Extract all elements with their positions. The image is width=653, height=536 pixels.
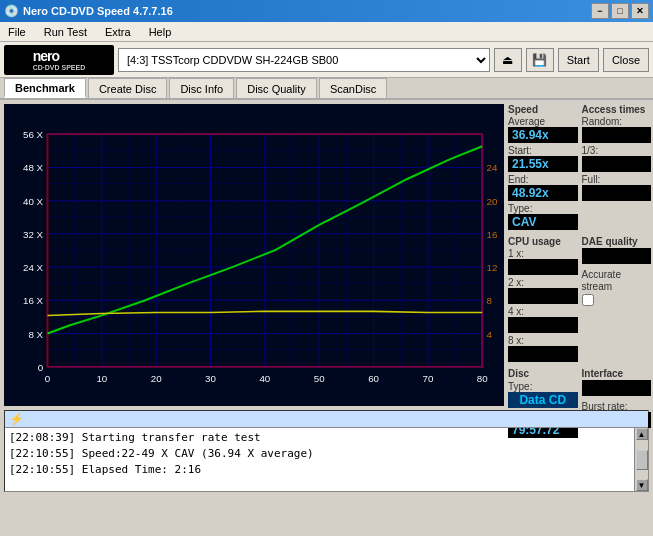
svg-text:4: 4 — [487, 329, 492, 340]
cpu-2x-label: 2 x: — [508, 277, 578, 288]
menu-run-test[interactable]: Run Test — [40, 24, 91, 40]
cpu-8x-value — [508, 346, 578, 362]
menu-extra[interactable]: Extra — [101, 24, 135, 40]
cpu-1x-value — [508, 259, 578, 275]
tab-scan-disc[interactable]: ScanDisc — [319, 78, 387, 98]
access-random-value — [582, 127, 652, 143]
speed-type-value: CAV — [508, 214, 578, 230]
tab-benchmark[interactable]: Benchmark — [4, 78, 86, 98]
close-button[interactable]: Close — [603, 48, 649, 72]
log-entry-2: [22:10:55] Elapsed Time: 2:16 — [9, 462, 630, 478]
menu-file[interactable]: File — [4, 24, 30, 40]
disc-type-label: Type: — [508, 381, 532, 392]
toolbar: nero CD·DVD SPEED [4:3] TSSTcorp CDDVDW … — [0, 42, 653, 78]
speed-title: Speed — [508, 104, 578, 115]
svg-text:0: 0 — [45, 373, 50, 384]
interface-title: Interface — [582, 368, 652, 379]
speed-start-section: Start: 21.55x — [508, 145, 578, 172]
eject-button[interactable]: ⏏ — [494, 48, 522, 72]
scroll-up-button[interactable]: ▲ — [636, 428, 648, 440]
titlebar-controls: − □ ✕ — [591, 3, 649, 19]
tab-disc-info[interactable]: Disc Info — [169, 78, 234, 98]
disc-type-value: Data CD — [508, 392, 578, 408]
svg-text:50: 50 — [314, 373, 325, 384]
svg-text:20: 20 — [487, 196, 498, 207]
svg-text:16 X: 16 X — [23, 296, 44, 307]
log-icon: ⚡ — [9, 412, 24, 426]
access-onethird-section: 1/3: — [582, 145, 652, 172]
right-panel: Speed Average 36.94x Start: 21.55x End: … — [508, 100, 653, 410]
access-onethird-label: 1/3: — [582, 145, 652, 156]
tab-bar: Benchmark Create Disc Disc Info Disc Qua… — [0, 78, 653, 100]
svg-text:60: 60 — [368, 373, 379, 384]
log-content: [22:08:39] Starting transfer rate test [… — [5, 428, 634, 491]
svg-rect-0 — [4, 104, 504, 406]
logo-sub-text: CD·DVD SPEED — [33, 64, 86, 71]
titlebar-left: 💿 Nero CD-DVD Speed 4.7.7.16 — [4, 4, 173, 18]
chart-area: 56 X 48 X 40 X 32 X 24 X 16 X 8 X 0 24 2… — [4, 104, 504, 406]
log-wrapper: [22:08:39] Starting transfer rate test [… — [5, 428, 648, 491]
logo-nero-text: nero — [33, 48, 86, 64]
cpu-8x-section: 8 x: — [508, 335, 578, 362]
log-area: ⚡ [22:08:39] Starting transfer rate test… — [4, 410, 649, 492]
disc-title: Disc — [508, 368, 578, 379]
speed-chart: 56 X 48 X 40 X 32 X 24 X 16 X 8 X 0 24 2… — [4, 104, 504, 406]
app-title: Nero CD-DVD Speed 4.7.7.16 — [23, 5, 173, 17]
main-content: 56 X 48 X 40 X 32 X 24 X 16 X 8 X 0 24 2… — [0, 100, 653, 410]
menubar: File Run Test Extra Help — [0, 22, 653, 42]
tab-disc-quality[interactable]: Disc Quality — [236, 78, 317, 98]
close-window-button[interactable]: ✕ — [631, 3, 649, 19]
menu-help[interactable]: Help — [145, 24, 176, 40]
tab-create-disc[interactable]: Create Disc — [88, 78, 167, 98]
access-full-value — [582, 185, 652, 201]
speed-avg-section: Average 36.94x — [508, 116, 578, 143]
access-full-label: Full: — [582, 174, 652, 185]
svg-text:20: 20 — [151, 373, 162, 384]
speed-end-value: 48.92x — [508, 185, 578, 201]
svg-text:40 X: 40 X — [23, 196, 44, 207]
scroll-thumb[interactable] — [636, 450, 648, 470]
speed-type-label: Type: — [508, 203, 578, 214]
svg-text:24: 24 — [487, 163, 498, 174]
dae-quality-value — [582, 248, 652, 264]
svg-text:70: 70 — [422, 373, 433, 384]
cpu-8x-label: 8 x: — [508, 335, 578, 346]
accurate-stream-checkbox[interactable] — [582, 294, 594, 306]
speed-end-section: End: 48.92x — [508, 174, 578, 201]
access-full-section: Full: — [582, 174, 652, 201]
svg-text:10: 10 — [96, 373, 107, 384]
start-button[interactable]: Start — [558, 48, 599, 72]
svg-text:56 X: 56 X — [23, 130, 44, 141]
app-icon: 💿 — [4, 4, 19, 18]
speed-avg-label: Average — [508, 116, 578, 127]
access-title: Access times — [582, 104, 652, 115]
svg-text:24 X: 24 X — [23, 262, 44, 273]
speed-start-label: Start: — [508, 145, 578, 156]
svg-text:12: 12 — [487, 262, 498, 273]
speed-end-label: End: — [508, 174, 578, 185]
speed-avg-value: 36.94x — [508, 127, 578, 143]
cpu-title: CPU usage — [508, 236, 578, 247]
svg-text:32 X: 32 X — [23, 229, 44, 240]
scroll-down-button[interactable]: ▼ — [636, 479, 648, 491]
svg-text:16: 16 — [487, 229, 498, 240]
log-scrollbar[interactable]: ▲ ▼ — [634, 428, 648, 491]
svg-text:8: 8 — [487, 296, 492, 307]
cpu-2x-value — [508, 288, 578, 304]
cpu-4x-value — [508, 317, 578, 333]
log-entry-0: [22:08:39] Starting transfer rate test — [9, 430, 630, 446]
svg-text:48 X: 48 X — [23, 163, 44, 174]
speed-type-section: Type: CAV — [508, 203, 578, 230]
svg-text:0: 0 — [38, 362, 43, 373]
cpu-4x-section: 4 x: — [508, 306, 578, 333]
maximize-button[interactable]: □ — [611, 3, 629, 19]
cpu-1x-label: 1 x: — [508, 248, 578, 259]
cpu-4x-label: 4 x: — [508, 306, 578, 317]
svg-text:30: 30 — [205, 373, 216, 384]
save-button[interactable]: 💾 — [526, 48, 554, 72]
minimize-button[interactable]: − — [591, 3, 609, 19]
access-random-label: Random: — [582, 116, 652, 127]
speed-start-value: 21.55x — [508, 156, 578, 172]
cpu-1x-section: 1 x: — [508, 248, 578, 275]
drive-selector[interactable]: [4:3] TSSTcorp CDDVDW SH-224GB SB00 — [118, 48, 490, 72]
